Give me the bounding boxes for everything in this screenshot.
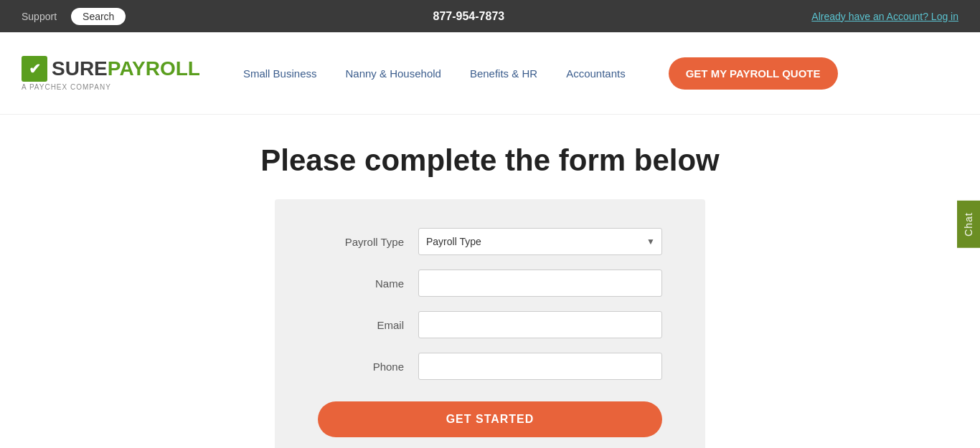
phone-label: Phone xyxy=(318,361,404,373)
payroll-type-select[interactable]: Payroll Type Small Business Nanny & Hous… xyxy=(418,228,662,255)
logo[interactable]: ✔ SUREPAYROLL A PAYCHEX COMPANY xyxy=(22,56,200,91)
phone-input[interactable] xyxy=(418,353,662,380)
payroll-type-row: Payroll Type Payroll Type Small Business… xyxy=(318,228,662,255)
phone-number: 877-954-7873 xyxy=(433,10,505,23)
chat-tab[interactable]: Chat xyxy=(957,201,980,248)
phone-row: Phone xyxy=(318,353,662,380)
main-content: Please complete the form below Payroll T… xyxy=(0,115,980,448)
email-input[interactable] xyxy=(418,311,662,338)
payroll-type-wrapper: Payroll Type Small Business Nanny & Hous… xyxy=(418,228,662,255)
nav-accountants[interactable]: Accountants xyxy=(566,67,626,80)
name-input[interactable] xyxy=(418,270,662,297)
logo-icon: ✔ xyxy=(22,56,47,82)
nav-nanny-household[interactable]: Nanny & Household xyxy=(345,67,440,80)
support-link[interactable]: Support xyxy=(22,11,57,22)
logo-payroll: PAYROLL xyxy=(108,57,200,80)
login-link[interactable]: Already have an Account? Log in xyxy=(811,11,958,22)
get-started-button[interactable]: GET STARTED xyxy=(318,401,662,437)
name-row: Name xyxy=(318,270,662,297)
page-heading: Please complete the form below xyxy=(260,143,720,178)
nav-benefits-hr[interactable]: Benefits & HR xyxy=(470,67,537,80)
nav-links: Small Business Nanny & Household Benefit… xyxy=(243,57,958,90)
top-bar: Support Search 877-954-7873 Already have… xyxy=(0,0,980,32)
top-bar-left: Support Search xyxy=(22,8,126,25)
email-row: Email xyxy=(318,311,662,338)
search-button[interactable]: Search xyxy=(71,8,126,25)
form-card: Payroll Type Payroll Type Small Business… xyxy=(275,199,705,448)
logo-subtext: A PAYCHEX COMPANY xyxy=(22,83,111,91)
main-nav: ✔ SUREPAYROLL A PAYCHEX COMPANY Small Bu… xyxy=(0,32,980,115)
logo-sure: SURE xyxy=(52,57,108,80)
nav-small-business[interactable]: Small Business xyxy=(243,67,317,80)
payroll-type-label: Payroll Type xyxy=(318,236,404,248)
email-label: Email xyxy=(318,319,404,331)
name-label: Name xyxy=(318,277,404,290)
nav-cta-button[interactable]: GET MY PAYROLL QUOTE xyxy=(669,57,838,90)
